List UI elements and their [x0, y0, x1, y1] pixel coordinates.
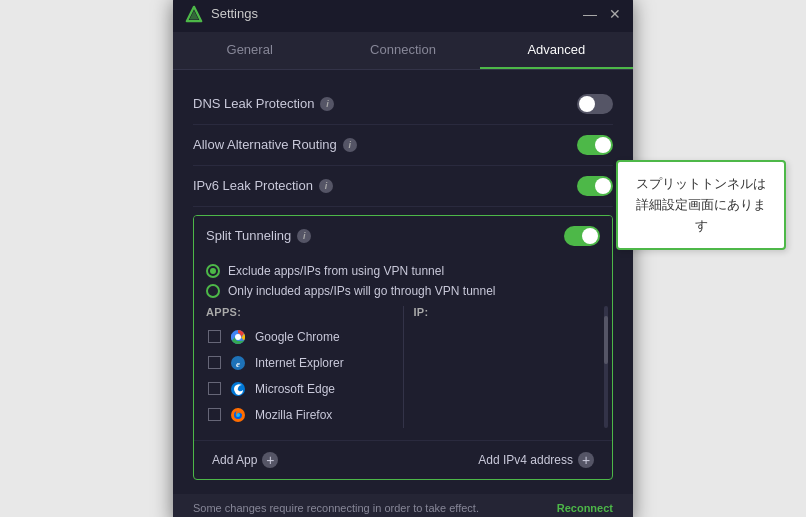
chrome-icon	[229, 328, 247, 346]
list-item: Microsoft Edge	[206, 376, 393, 402]
split-tunnel-body: Exclude apps/IPs from using VPN tunnel O…	[194, 256, 612, 438]
app-list: Google Chrome e Internet	[206, 324, 393, 428]
dns-leak-toggle[interactable]	[577, 94, 613, 114]
add-ipv4-plus-icon: +	[578, 452, 594, 468]
ip-col-label: IP:	[414, 306, 601, 318]
edge-checkbox[interactable]	[208, 382, 221, 395]
split-tunnel-toggle[interactable]	[564, 226, 600, 246]
column-divider	[403, 306, 404, 428]
settings-content: DNS Leak Protection i Allow Alternative …	[173, 70, 633, 494]
alt-routing-label: Allow Alternative Routing i	[193, 137, 357, 152]
list-item: Mozilla Firefox	[206, 402, 393, 428]
split-tunnel-section: Split Tunneling i Exclude apps/IPs from …	[193, 215, 613, 480]
ipv6-leak-toggle[interactable]	[577, 176, 613, 196]
dns-leak-toggle-track	[577, 94, 613, 114]
list-item: Google Chrome	[206, 324, 393, 350]
apps-column: APPS:	[206, 306, 393, 428]
firefox-icon	[229, 406, 247, 424]
ipv6-leak-label: IPv6 Leak Protection i	[193, 178, 333, 193]
tabs-bar: General Connection Advanced	[173, 32, 633, 70]
title-bar-left: Settings	[185, 5, 258, 23]
svg-text:e: e	[236, 358, 240, 368]
ipv6-leak-info-icon[interactable]: i	[319, 179, 333, 193]
add-app-button[interactable]: Add App +	[206, 449, 284, 471]
dns-leak-info-icon[interactable]: i	[320, 97, 334, 111]
settings-window: Settings — ✕ General Connection Advanced…	[173, 0, 633, 517]
title-controls: — ✕	[583, 7, 621, 21]
radio-include-btn	[206, 284, 220, 298]
list-item: e Internet Explorer	[206, 350, 393, 376]
alt-routing-row: Allow Alternative Routing i	[193, 125, 613, 166]
tab-general[interactable]: General	[173, 32, 326, 69]
split-tunnel-info-icon[interactable]: i	[297, 229, 311, 243]
tooltip-box: スプリットトンネルは詳細設定画面にあります	[616, 160, 786, 250]
split-tunnel-header: Split Tunneling i	[194, 216, 612, 256]
ip-column: IP:	[414, 306, 601, 428]
edge-icon	[229, 380, 247, 398]
alt-routing-toggle[interactable]	[577, 135, 613, 155]
tooltip-text: スプリットトンネルは詳細設定画面にあります	[636, 176, 766, 233]
ipv6-leak-toggle-track	[577, 176, 613, 196]
radio-exclude-btn	[206, 264, 220, 278]
alt-routing-toggle-thumb	[595, 137, 611, 153]
radio-exclude[interactable]: Exclude apps/IPs from using VPN tunnel	[206, 264, 600, 278]
chrome-checkbox[interactable]	[208, 330, 221, 343]
alt-routing-info-icon[interactable]: i	[343, 138, 357, 152]
radio-include[interactable]: Only included apps/IPs will go through V…	[206, 284, 600, 298]
split-tunnel-label: Split Tunneling i	[206, 228, 311, 243]
svg-point-3	[235, 334, 241, 340]
dns-leak-row: DNS Leak Protection i	[193, 84, 613, 125]
ip-scrollbar-thumb	[604, 316, 608, 365]
add-app-plus-icon: +	[262, 452, 278, 468]
dns-leak-label: DNS Leak Protection i	[193, 96, 334, 111]
reconnect-button[interactable]: Reconnect	[557, 502, 613, 514]
firefox-checkbox[interactable]	[208, 408, 221, 421]
ip-scrollbar[interactable]	[604, 306, 608, 428]
apps-ip-section: APPS:	[206, 306, 600, 428]
ipv6-leak-toggle-thumb	[595, 178, 611, 194]
dns-leak-toggle-thumb	[579, 96, 595, 112]
app-icon	[185, 5, 203, 23]
add-ipv4-button[interactable]: Add IPv4 address +	[472, 449, 600, 471]
tab-advanced[interactable]: Advanced	[480, 32, 633, 69]
apps-col-label: APPS:	[206, 306, 393, 318]
ie-checkbox[interactable]	[208, 356, 221, 369]
status-message: Some changes require reconnecting in ord…	[193, 502, 479, 514]
close-button[interactable]: ✕	[609, 7, 621, 21]
add-row: Add App + Add IPv4 address +	[194, 440, 612, 479]
ie-icon: e	[229, 354, 247, 372]
ipv6-leak-row: IPv6 Leak Protection i	[193, 166, 613, 207]
alt-routing-toggle-track	[577, 135, 613, 155]
status-bar: Some changes require reconnecting in ord…	[173, 494, 633, 518]
split-tunnel-toggle-track	[564, 226, 600, 246]
tab-connection[interactable]: Connection	[326, 32, 479, 69]
split-tunnel-toggle-thumb	[582, 228, 598, 244]
title-bar: Settings — ✕	[173, 0, 633, 32]
window-title: Settings	[211, 6, 258, 21]
minimize-button[interactable]: —	[583, 7, 597, 21]
